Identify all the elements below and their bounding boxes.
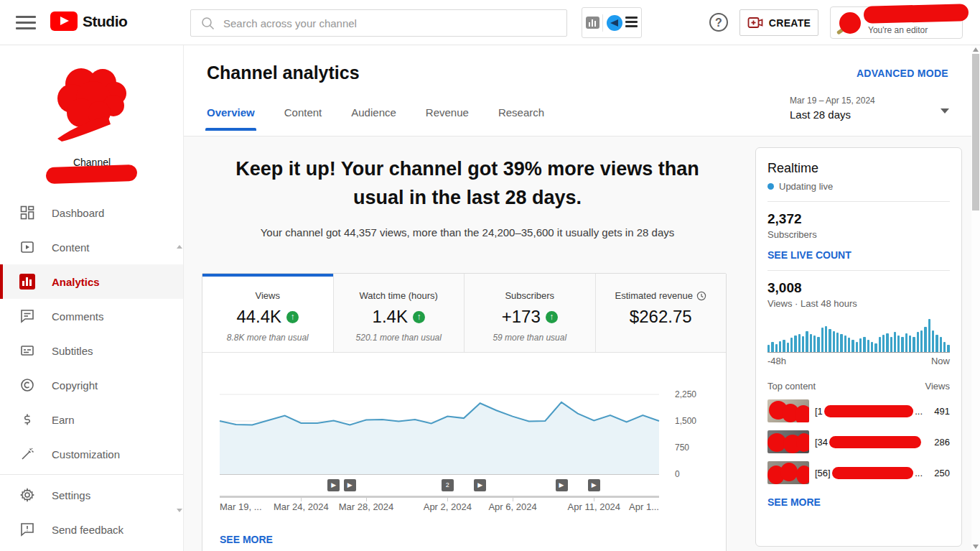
axis-right-label: Now: [931, 356, 950, 366]
account-menu[interactable]: You're an editor: [830, 6, 963, 39]
search-input[interactable]: [223, 17, 566, 29]
x-axis-tick: [447, 496, 448, 501]
svg-text:1,500: 1,500: [675, 416, 696, 426]
svg-text:2,250: 2,250: [675, 389, 696, 399]
realtime-bar: [783, 340, 785, 352]
realtime-bar: [787, 343, 789, 352]
analytics-header: Channel analytics ADVANCED MODE Overview…: [184, 45, 971, 136]
tab-research[interactable]: Research: [498, 106, 544, 131]
realtime-bar: [779, 341, 781, 352]
metric-views[interactable]: Views 44.4K↑ 8.8K more than usual: [202, 274, 334, 352]
realtime-bar: [856, 342, 858, 352]
trend-up-icon: ↑: [286, 311, 299, 323]
metric-value: 44.4K: [236, 307, 281, 327]
realtime-bar: [909, 335, 911, 352]
video-thumbnail: [767, 430, 809, 453]
video-views: 286: [928, 437, 950, 448]
sidebar-item-subtitles[interactable]: Subtitles: [0, 333, 183, 368]
sidebar-item-send-feedback[interactable]: Send feedback: [0, 512, 183, 547]
create-button[interactable]: CREATE: [739, 9, 818, 36]
realtime-bar: [802, 336, 804, 352]
video-marker-icon[interactable]: ▶: [556, 479, 568, 491]
x-axis-tick: [301, 496, 302, 501]
sidebar-scroll-up-icon[interactable]: [177, 245, 182, 249]
extension-menu-icon[interactable]: [625, 17, 638, 29]
scroll-up-icon[interactable]: [973, 47, 979, 52]
realtime-bar: [836, 333, 839, 352]
tab-content[interactable]: Content: [284, 106, 322, 131]
realtime-bar: [767, 345, 770, 352]
metric-subscribers[interactable]: Subscribers +173↑ 59 more than usual: [465, 274, 596, 352]
see-more-link[interactable]: SEE MORE: [767, 496, 950, 508]
sidebar-item-customization[interactable]: Customization: [0, 437, 183, 471]
clock-icon: [696, 291, 706, 301]
sidebar-item-settings[interactable]: Settings: [0, 478, 183, 512]
realtime-bar: [940, 337, 942, 352]
sidebar-item-dashboard[interactable]: Dashboard: [0, 195, 183, 230]
sidebar-item-copyright[interactable]: Copyright: [0, 368, 183, 402]
video-marker-icon[interactable]: ▶: [588, 479, 600, 491]
date-range-picker[interactable]: Mar 19 – Apr 15, 2024 Last 28 days: [790, 96, 969, 121]
menu-divider: [0, 474, 183, 475]
sidebar-item-earn[interactable]: Earn: [0, 402, 183, 437]
views-column-label: Views: [925, 381, 950, 392]
metric-label: Views: [256, 290, 280, 301]
video-marker-icon[interactable]: ▶: [327, 479, 340, 491]
top-content-row[interactable]: [56] ... 250: [767, 461, 950, 484]
sidebar-scroll-down-icon[interactable]: [177, 509, 182, 512]
extension-play-icon[interactable]: [607, 15, 622, 31]
realtime-bar: [859, 338, 862, 352]
tab-audience[interactable]: Audience: [351, 106, 396, 131]
sidebar-item-label: Settings: [52, 489, 90, 501]
realtime-card: Realtime Updating live 2,372 Subscribers…: [755, 147, 962, 547]
sidebar-item-label: Comments: [52, 310, 104, 323]
multi-video-marker[interactable]: 2: [442, 479, 454, 491]
scrollbar-thumb[interactable]: [972, 54, 979, 210]
customization-icon: [19, 445, 36, 463]
realtime-subscribers-value: 2,372: [767, 211, 950, 227]
top-content-row[interactable]: [34 286: [767, 430, 950, 453]
see-more-link[interactable]: SEE MORE: [220, 534, 273, 545]
metric-label: Subscribers: [505, 290, 554, 301]
x-axis-labels: Mar 19, ...Mar 24, 2024Mar 28, 2024Apr 2…: [220, 501, 659, 513]
sidebar-item-label: Send feedback: [52, 524, 123, 536]
x-axis-tick: [594, 496, 594, 501]
see-live-count-link[interactable]: SEE LIVE COUNT: [767, 249, 950, 261]
sidebar-item-analytics[interactable]: Analytics: [0, 264, 183, 299]
sidebar-item-label: Customization: [52, 448, 120, 460]
divider: [602, 14, 603, 32]
top-content-label: Top content: [767, 381, 816, 392]
search-bar[interactable]: [190, 9, 567, 37]
feedback-icon: [19, 521, 36, 538]
line-chart-plot: 07501,5002,250: [202, 385, 727, 478]
search-icon: [201, 17, 215, 30]
video-marker-icon[interactable]: ▶: [474, 479, 486, 491]
metric-value: $262.75: [630, 307, 692, 327]
tab-revenue[interactable]: Revenue: [426, 106, 469, 131]
realtime-bar: [810, 334, 812, 352]
help-icon[interactable]: ?: [709, 13, 728, 32]
channel-avatar-redaction[interactable]: [42, 61, 142, 154]
sidebar-item-label: Copyright: [52, 379, 98, 392]
title-redaction: [829, 436, 921, 448]
realtime-bar: [879, 337, 881, 352]
sidebar-item-content[interactable]: Content: [0, 230, 183, 264]
video-marker-icon[interactable]: ▶: [344, 479, 356, 491]
metric-value: 1.4K: [373, 307, 408, 327]
realtime-bar: [794, 335, 796, 352]
chevron-down-icon: [941, 108, 949, 114]
sidebar-item-comments[interactable]: Comments: [0, 299, 183, 333]
tab-overview[interactable]: Overview: [207, 106, 255, 131]
advanced-mode-link[interactable]: ADVANCED MODE: [857, 68, 948, 79]
top-content-row[interactable]: [1 ... 491: [767, 399, 950, 422]
realtime-bar: [901, 337, 903, 352]
extension-analytics-icon[interactable]: [586, 17, 599, 29]
earn-icon: [19, 411, 36, 428]
dashboard-icon: [19, 204, 36, 221]
metric-watch-time[interactable]: Watch time (hours) 1.4K↑ 520.1 more than…: [334, 274, 465, 352]
main-menu-icon[interactable]: [16, 16, 36, 29]
metric-estimated-revenue[interactable]: Estimated revenue $262.75: [596, 274, 727, 352]
scroll-down-icon[interactable]: [973, 545, 979, 549]
page-title: Channel analytics: [207, 62, 360, 83]
youtube-studio-logo[interactable]: Studio: [50, 11, 127, 31]
